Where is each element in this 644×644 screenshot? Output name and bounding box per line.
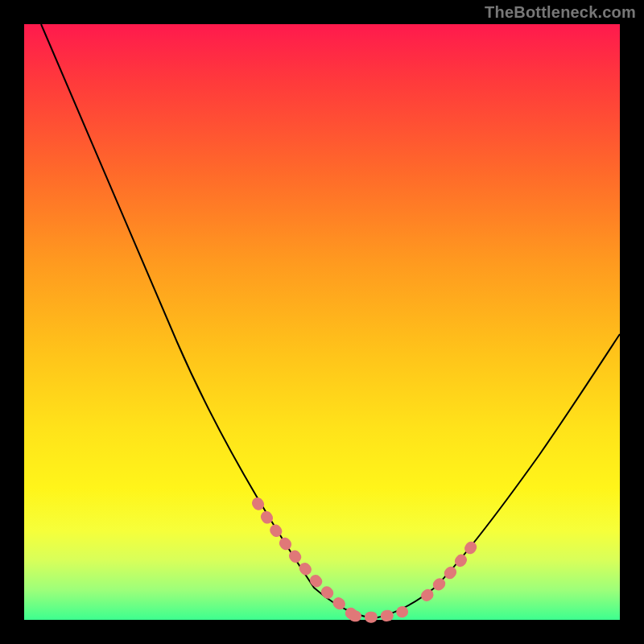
bottleneck-curve [41, 24, 620, 618]
curve-svg [24, 24, 620, 620]
watermark: TheBottleneck.com [485, 3, 636, 22]
plot-area [24, 24, 620, 620]
chart-frame: TheBottleneck.com [0, 0, 644, 644]
highlight-dots-left [258, 503, 354, 616]
highlight-dots-right [427, 539, 477, 596]
